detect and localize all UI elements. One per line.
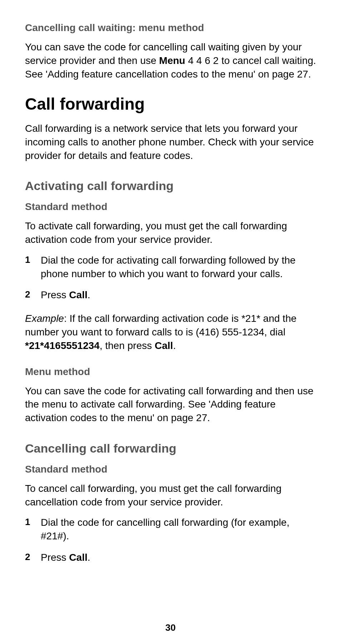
text-run: , then press [100, 340, 155, 351]
heading-cancel-waiting-menu: Cancelling call waiting: menu method [25, 21, 316, 34]
heading-menu-method-activate: Menu method [25, 365, 316, 378]
text-run: : If the call forwarding activation code… [25, 313, 297, 338]
para-cancel-waiting-menu: You can save the code for cancelling cal… [25, 40, 316, 81]
example-lead: Example [25, 313, 64, 324]
step-item: Dial the code for activating call forwar… [25, 254, 316, 281]
steps-activate: Dial the code for activating call forwar… [25, 254, 316, 302]
step-item: Press Call. [25, 551, 316, 564]
para-std-activate-intro: To activate call forwarding, you must ge… [25, 219, 316, 246]
heading-std-method-activate: Standard method [25, 200, 316, 213]
para-example: Example: If the call forwarding activati… [25, 312, 316, 352]
heading-std-method-cancel: Standard method [25, 463, 316, 475]
step-item: Press Call. [25, 288, 316, 302]
text-bold: Call [155, 340, 173, 351]
heading-activating-cf: Activating call forwarding [25, 179, 316, 193]
text-run: Press [41, 552, 69, 563]
text-bold: Call [69, 552, 87, 563]
step-item: Dial the code for cancelling call forwar… [25, 516, 316, 543]
heading-call-forwarding: Call forwarding [25, 95, 316, 113]
page-number: 30 [0, 622, 341, 633]
para-menu-activate: You can save the code for activating cal… [25, 384, 316, 425]
para-cf-intro: Call forwarding is a network service tha… [25, 122, 316, 162]
document-page: Cancelling call waiting: menu method You… [0, 0, 341, 644]
text-run: . [173, 340, 176, 351]
text-bold: *21*4165551234 [25, 340, 100, 351]
steps-cancel: Dial the code for cancelling call forwar… [25, 516, 316, 564]
step-text: Dial the code for cancelling call forwar… [41, 517, 290, 541]
text-run: . [88, 289, 90, 300]
text-run: . [88, 552, 90, 563]
text-bold: Call [69, 289, 87, 300]
heading-cancelling-cf: Cancelling call forwarding [25, 441, 316, 456]
para-std-cancel-intro: To cancel call forwarding, you must get … [25, 482, 316, 509]
text-run: Press [41, 289, 69, 300]
step-text: Dial the code for activating call forwar… [41, 255, 296, 279]
text-bold: Menu [159, 55, 185, 66]
